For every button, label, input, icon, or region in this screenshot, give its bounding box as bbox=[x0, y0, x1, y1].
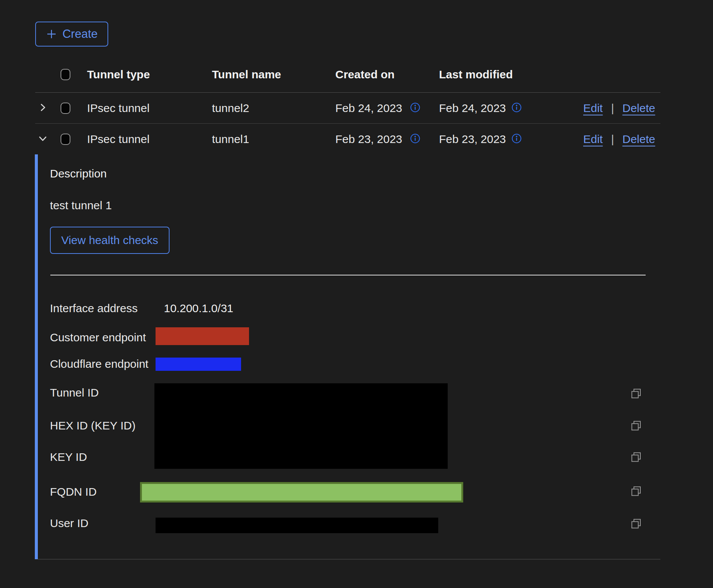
customer-endpoint-redacted-value bbox=[156, 327, 249, 345]
cell-tunnel-type: IPsec tunnel bbox=[87, 101, 149, 115]
copy-icon[interactable] bbox=[630, 420, 642, 432]
actions-separator: | bbox=[611, 132, 614, 146]
create-button[interactable]: Create bbox=[35, 22, 108, 47]
expanded-row-accent-bar bbox=[35, 154, 38, 559]
cell-created-on: Feb 23, 2023 bbox=[335, 132, 402, 146]
cell-tunnel-type: IPsec tunnel bbox=[87, 132, 149, 146]
chevron-down-icon[interactable] bbox=[37, 133, 48, 146]
copy-icon[interactable] bbox=[630, 485, 642, 498]
delete-link[interactable]: Delete bbox=[623, 132, 655, 146]
copy-icon[interactable] bbox=[630, 388, 642, 400]
edit-link[interactable]: Edit bbox=[583, 101, 603, 115]
fqdn-id-label: FQDN ID bbox=[50, 485, 97, 499]
row-checkbox[interactable] bbox=[61, 134, 70, 145]
info-icon[interactable] bbox=[410, 133, 420, 145]
cell-last-modified: Feb 23, 2023 bbox=[439, 132, 506, 146]
info-icon[interactable] bbox=[511, 102, 522, 114]
row-actions: Edit | Delete bbox=[583, 132, 655, 146]
column-header-created-on: Created on bbox=[335, 68, 395, 81]
description-value: test tunnel 1 bbox=[50, 199, 112, 212]
actions-separator: | bbox=[611, 101, 614, 115]
user-id-redacted-value bbox=[156, 518, 438, 533]
create-button-label: Create bbox=[62, 27, 98, 41]
user-id-label: User ID bbox=[50, 516, 89, 530]
edit-link[interactable]: Edit bbox=[583, 132, 603, 146]
table-row: IPsec tunnel tunnel1 Feb 23, 2023 Feb 23… bbox=[0, 124, 713, 154]
view-health-checks-button[interactable]: View health checks bbox=[50, 227, 170, 254]
column-header-tunnel-type: Tunnel type bbox=[87, 68, 150, 81]
copy-icon[interactable] bbox=[630, 518, 642, 530]
expanded-row-bottom-divider bbox=[38, 559, 660, 560]
row-actions: Edit | Delete bbox=[583, 101, 655, 115]
fqdn-id-redacted-value bbox=[140, 482, 463, 502]
cell-created-on: Feb 24, 2023 bbox=[335, 101, 402, 115]
cloudflare-endpoint-redacted-value bbox=[156, 358, 241, 371]
table-row: IPsec tunnel tunnel2 Feb 24, 2023 Feb 24… bbox=[0, 93, 713, 123]
cloudflare-endpoint-label: Cloudflare endpoint bbox=[50, 357, 148, 371]
ids-redacted-value bbox=[154, 383, 448, 469]
tunnel-id-label: Tunnel ID bbox=[50, 386, 99, 400]
chevron-right-icon[interactable] bbox=[37, 102, 48, 115]
copy-icon[interactable] bbox=[630, 451, 642, 464]
hex-id-label: HEX ID (KEY ID) bbox=[50, 419, 135, 432]
select-all-checkbox[interactable] bbox=[61, 69, 70, 80]
column-header-tunnel-name: Tunnel name bbox=[212, 68, 281, 81]
interface-address-label: Interface address bbox=[50, 302, 138, 315]
interface-address-value: 10.200.1.0/31 bbox=[164, 302, 234, 315]
row-checkbox[interactable] bbox=[61, 103, 70, 114]
info-icon[interactable] bbox=[410, 102, 420, 114]
description-label: Description bbox=[50, 167, 107, 180]
info-icon[interactable] bbox=[511, 133, 522, 145]
table-header-row: Tunnel type Tunnel name Created on Last … bbox=[0, 57, 713, 92]
cell-tunnel-name: tunnel2 bbox=[212, 101, 249, 115]
cell-last-modified: Feb 24, 2023 bbox=[439, 101, 506, 115]
detail-divider bbox=[50, 275, 646, 275]
delete-link[interactable]: Delete bbox=[623, 101, 655, 115]
plus-icon bbox=[46, 28, 57, 40]
customer-endpoint-label: Customer endpoint bbox=[50, 331, 146, 344]
view-health-checks-label: View health checks bbox=[61, 234, 158, 247]
key-id-label: KEY ID bbox=[50, 450, 87, 464]
column-header-last-modified: Last modified bbox=[439, 68, 513, 81]
cell-tunnel-name: tunnel1 bbox=[212, 132, 249, 146]
tunnels-page: Create Tunnel type Tunnel name Created o… bbox=[0, 0, 713, 588]
